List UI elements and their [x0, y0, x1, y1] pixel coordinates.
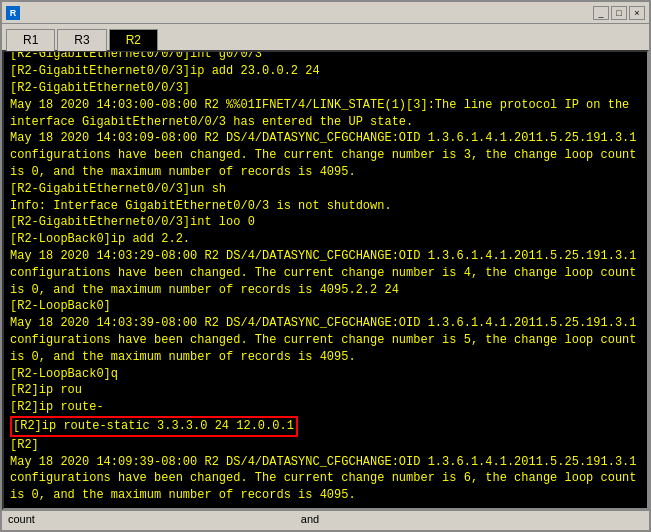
close-button[interactable]: ×: [629, 6, 645, 20]
terminal-line: [R2-LoopBack0]: [10, 298, 641, 315]
tab-r3[interactable]: R3: [57, 29, 106, 51]
terminal-line: [R2-GigabitEthernet0/0/3]ip add 23.0.0.2…: [10, 63, 641, 80]
title-bar-left: R: [6, 6, 24, 20]
title-bar: R _ □ ×: [2, 2, 649, 24]
tab-r2[interactable]: R2: [109, 29, 158, 51]
terminal-line: [R2-LoopBack0]ip add 2.2.: [10, 231, 641, 248]
terminal-line: May 18 2020 14:09:39-08:00 R2 DS/4/DATAS…: [10, 454, 641, 504]
window-icon: R: [6, 6, 20, 20]
main-window: R _ □ × R1 R3 R2 ange loop count is 0, a…: [0, 0, 651, 532]
minimize-button[interactable]: _: [593, 6, 609, 20]
terminal-output[interactable]: ange loop count is 0, and the maximum nu…: [2, 50, 649, 510]
terminal-line: May 18 2020 14:03:39-08:00 R2 DS/4/DATAS…: [10, 315, 641, 365]
terminal-line: [R2]ip route-: [10, 399, 641, 416]
terminal-line: May 18 2020 14:03:29-08:00 R2 DS/4/DATAS…: [10, 248, 641, 298]
terminal-line: [R2]ip route-static 3.3.3.0 24 12.0.0.1: [10, 416, 641, 437]
terminal-line: [R2]ip rou: [10, 382, 641, 399]
terminal-line: [R2-GigabitEthernet0/0/3]int loo 0: [10, 214, 641, 231]
tab-bar: R1 R3 R2: [2, 24, 649, 50]
terminal-line: May 18 2020 14:03:00-08:00 R2 %%01IFNET/…: [10, 97, 641, 131]
terminal-line: [R2-LoopBack0]q: [10, 366, 641, 383]
terminal-line: [R2-GigabitEthernet0/0/0]int g0/0/3: [10, 50, 641, 63]
maximize-button[interactable]: □: [611, 6, 627, 20]
terminal-line: [R2-GigabitEthernet0/0/3]un sh: [10, 181, 641, 198]
title-bar-controls: _ □ ×: [593, 6, 645, 20]
status-bar: count and: [2, 510, 649, 530]
terminal-line: Info: Interface GigabitEthernet0/0/3 is …: [10, 198, 641, 215]
terminal-line: May 18 2020 14:03:09-08:00 R2 DS/4/DATAS…: [10, 130, 641, 180]
status-text: count and: [8, 513, 319, 525]
terminal-line: [R2-GigabitEthernet0/0/3]: [10, 80, 641, 97]
terminal-line: [R2]: [10, 437, 641, 454]
tab-r1[interactable]: R1: [6, 29, 55, 51]
